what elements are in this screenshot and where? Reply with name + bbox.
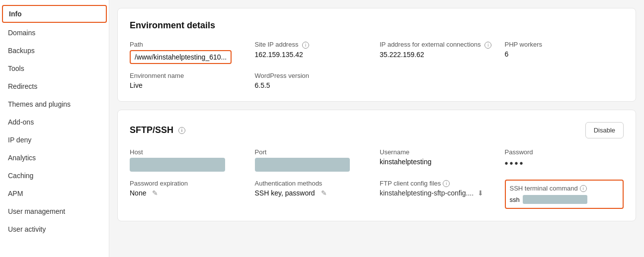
ssh-command-info-icon[interactable]: i: [580, 185, 587, 192]
password-expiration-edit-icon[interactable]: ✎: [152, 189, 158, 197]
ssh-placeholder: [523, 195, 587, 204]
site-ip-label: Site IP address i: [255, 41, 374, 49]
sidebar-item-apm[interactable]: APM: [0, 185, 109, 202]
port-label: Port: [255, 148, 374, 156]
php-workers-value: 6: [505, 50, 624, 58]
wp-version-field: WordPress version 6.5.5: [255, 72, 374, 89]
sidebar-item-analytics[interactable]: Analytics: [0, 149, 109, 167]
sftp-card: SFTP/SSH i Disable Host Port Username ki…: [117, 110, 636, 221]
environment-details-title: Environment details: [130, 20, 624, 31]
sidebar-item-redirects[interactable]: Redirects: [0, 77, 109, 95]
sidebar-item-ip-deny[interactable]: IP deny: [0, 131, 109, 149]
site-ip-info-icon[interactable]: i: [302, 42, 309, 49]
auth-methods-label: Authentication methods: [255, 180, 374, 187]
sidebar-item-add-ons[interactable]: Add-ons: [0, 113, 109, 131]
port-field: Port: [255, 148, 374, 172]
sftp-info-icon[interactable]: i: [178, 127, 185, 134]
password-expiration-label: Password expiration: [130, 180, 249, 187]
wp-version-value: 6.5.5: [255, 81, 374, 89]
sidebar-item-user-management[interactable]: User management: [0, 202, 109, 220]
host-placeholder: [130, 158, 225, 172]
ssh-command-value: ssh: [510, 195, 619, 204]
host-field: Host: [130, 148, 249, 172]
sidebar-item-caching[interactable]: Caching: [0, 167, 109, 185]
password-expiration-field: Password expiration None ✎: [130, 180, 249, 209]
sidebar-item-domains[interactable]: Domains: [0, 24, 109, 42]
sftp-header: SFTP/SSH i Disable: [130, 122, 624, 138]
sidebar-item-user-activity[interactable]: User activity: [0, 220, 109, 238]
sftp-title: SFTP/SSH i: [130, 125, 185, 135]
env-name-field: Environment name Live: [130, 72, 249, 89]
username-value: kinstahelptesting: [380, 158, 499, 166]
external-ip-info-icon[interactable]: i: [484, 42, 491, 49]
site-ip-value: 162.159.135.42: [255, 51, 374, 59]
sftp-row2: Password expiration None ✎ Authenticatio…: [130, 180, 624, 209]
ssh-command-field: SSH terminal command i ssh: [505, 180, 624, 209]
password-value: ••••: [505, 158, 624, 169]
ftp-config-info-icon[interactable]: i: [443, 180, 450, 187]
host-label: Host: [130, 148, 249, 156]
password-field: Password ••••: [505, 148, 624, 172]
php-workers-field: PHP workers 6: [505, 41, 624, 64]
password-expiration-value: None ✎: [130, 189, 249, 197]
external-ip-label: IP address for external connections i: [380, 41, 499, 49]
sidebar-item-backups[interactable]: Backups: [0, 42, 109, 60]
auth-methods-field: Authentication methods SSH key, password…: [255, 180, 374, 209]
port-placeholder: [255, 158, 350, 172]
sidebar-item-info[interactable]: Info: [2, 5, 107, 23]
ftp-config-download-icon[interactable]: ⬇: [478, 189, 483, 197]
details-grid-row2: Environment name Live WordPress version …: [130, 72, 624, 89]
path-field: Path /www/kinstahelptesting_610...: [130, 41, 249, 64]
external-ip-field: IP address for external connections i 35…: [380, 41, 499, 64]
ftp-config-field: FTP client config files i kinstahelptest…: [380, 180, 499, 209]
auth-methods-value: SSH key, password ✎: [255, 189, 374, 197]
sidebar: InfoDomainsBackupsToolsRedirectsThemes a…: [0, 0, 109, 257]
auth-methods-edit-icon[interactable]: ✎: [321, 189, 327, 197]
php-workers-label: PHP workers: [505, 41, 624, 48]
env-name-label: Environment name: [130, 72, 249, 79]
site-ip-field: Site IP address i 162.159.135.42: [255, 41, 374, 64]
main-content: Environment details Path /www/kinstahelp…: [109, 0, 644, 257]
ftp-config-value: kinstahelptesting-sftp-config.... ⬇: [380, 189, 499, 197]
path-value: /www/kinstahelptesting_610...: [130, 50, 232, 64]
password-label: Password: [505, 148, 624, 156]
ftp-config-label: FTP client config files i: [380, 180, 499, 187]
wp-version-label: WordPress version: [255, 72, 374, 79]
env-name-value: Live: [130, 81, 249, 89]
ssh-command-label: SSH terminal command i: [510, 185, 619, 192]
disable-button[interactable]: Disable: [585, 122, 624, 138]
external-ip-value: 35.222.159.62: [380, 51, 499, 59]
username-field: Username kinstahelptesting: [380, 148, 499, 172]
sidebar-item-themes-plugins[interactable]: Themes and plugins: [0, 95, 109, 113]
ssh-prefix: ssh: [510, 196, 520, 203]
path-label: Path: [130, 41, 249, 48]
details-grid-row1: Path /www/kinstahelptesting_610... Site …: [130, 41, 624, 64]
username-label: Username: [380, 148, 499, 156]
environment-details-card: Environment details Path /www/kinstahelp…: [117, 8, 636, 102]
sftp-row1: Host Port Username kinstahelptesting Pas…: [130, 148, 624, 172]
sidebar-item-tools[interactable]: Tools: [0, 60, 109, 77]
